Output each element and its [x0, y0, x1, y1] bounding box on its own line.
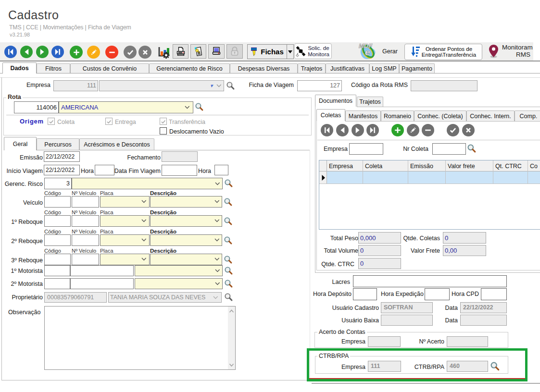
- svg-text:MDF: MDF: [359, 42, 373, 49]
